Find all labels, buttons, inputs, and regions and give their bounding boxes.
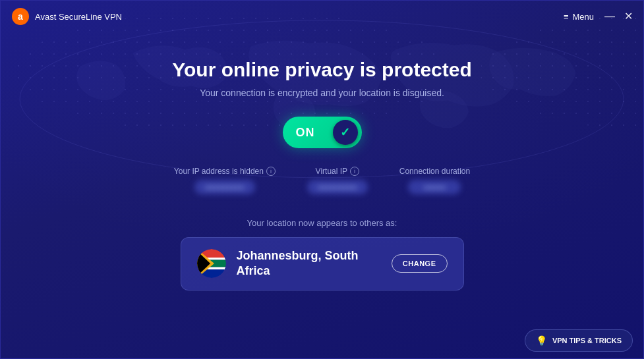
stat-connection-duration-value: ●●●●● bbox=[408, 180, 461, 194]
location-section: Your location now appears to others as: bbox=[1, 218, 643, 290]
menu-button[interactable]: ≡ Menu bbox=[564, 12, 594, 22]
stat-virtual-ip: Virtual IP i ●●●●●●●●● bbox=[307, 167, 368, 194]
svg-text:a: a bbox=[18, 11, 23, 22]
toggle-label: ON bbox=[296, 126, 315, 140]
close-button[interactable]: ✕ bbox=[624, 11, 633, 22]
virtual-ip-info-icon[interactable]: i bbox=[350, 167, 359, 176]
ip-hidden-info-icon[interactable]: i bbox=[266, 167, 276, 176]
window-controls: — ✕ bbox=[604, 11, 633, 22]
bottom-bar: 💡 VPN TIPS & TRICKS bbox=[514, 323, 643, 358]
tips-label: VPN TIPS & TRICKS bbox=[552, 337, 622, 345]
stats-row: Your IP address is hidden i ●●●●●●●●● Vi… bbox=[174, 167, 470, 194]
stat-connection-duration: Connection duration ●●●●● bbox=[399, 167, 470, 194]
location-name: Johannesburg, South Africa bbox=[237, 248, 381, 279]
menu-lines-icon: ≡ bbox=[564, 12, 569, 22]
location-label: Your location now appears to others as: bbox=[247, 218, 397, 228]
vpn-tips-button[interactable]: 💡 VPN TIPS & TRICKS bbox=[525, 329, 633, 352]
privacy-subtitle: Your connection is encrypted and your lo… bbox=[200, 88, 444, 98]
vpn-toggle[interactable]: ON ✓ bbox=[283, 117, 362, 148]
stat-virtual-ip-text: Virtual IP bbox=[316, 167, 347, 176]
title-bar-right: ≡ Menu — ✕ bbox=[564, 11, 633, 22]
privacy-title: Your online privacy is protected bbox=[172, 59, 472, 81]
app-title: Avast SecureLine VPN bbox=[35, 12, 122, 22]
country-flag-icon bbox=[197, 249, 226, 278]
stat-connection-duration-text: Connection duration bbox=[399, 167, 470, 176]
bulb-icon: 💡 bbox=[536, 335, 547, 346]
stat-ip-hidden-label: Your IP address is hidden i bbox=[174, 167, 276, 176]
check-icon: ✓ bbox=[340, 125, 350, 140]
toggle-knob: ✓ bbox=[333, 120, 358, 145]
main-content: Your online privacy is protected Your co… bbox=[1, 32, 643, 290]
avast-logo-icon: a bbox=[11, 7, 30, 26]
toggle-container: ON ✓ bbox=[283, 117, 362, 148]
app-window: a Avast SecureLine VPN ≡ Menu — ✕ Your o… bbox=[0, 0, 644, 359]
menu-label: Menu bbox=[572, 12, 594, 22]
title-bar-left: a Avast SecureLine VPN bbox=[11, 7, 122, 26]
stat-virtual-ip-value: ●●●●●●●●● bbox=[307, 180, 368, 194]
stat-ip-hidden: Your IP address is hidden i ●●●●●●●●● bbox=[174, 167, 276, 194]
title-bar: a Avast SecureLine VPN ≡ Menu — ✕ bbox=[1, 1, 643, 32]
stat-ip-hidden-text: Your IP address is hidden bbox=[174, 167, 264, 176]
stat-ip-hidden-value: ●●●●●●●●● bbox=[194, 180, 255, 194]
stat-virtual-ip-label: Virtual IP i bbox=[316, 167, 359, 176]
change-location-button[interactable]: CHANGE bbox=[392, 254, 448, 273]
location-card: Johannesburg, South Africa CHANGE bbox=[181, 237, 464, 290]
stat-connection-duration-label: Connection duration bbox=[399, 167, 470, 176]
south-africa-flag-svg bbox=[197, 249, 226, 278]
minimize-button[interactable]: — bbox=[604, 11, 615, 22]
